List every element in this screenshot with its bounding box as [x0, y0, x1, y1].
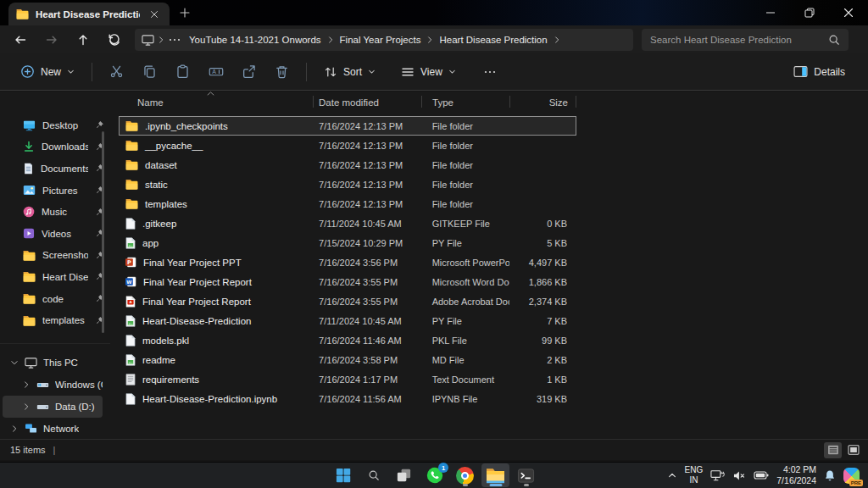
tab-close-icon[interactable]	[147, 7, 162, 22]
paste-icon	[175, 64, 190, 79]
open-app-indicator	[463, 484, 468, 486]
file-row[interactable]: Heart-Disease-Prediction.ipynb7/16/2024 …	[119, 389, 576, 408]
folder-icon	[23, 293, 36, 304]
sidebar-item-heart-disease[interactable]: Heart Disease	[0, 266, 110, 288]
search-icon[interactable]	[828, 34, 840, 46]
sidebar-item-code[interactable]: code	[0, 288, 110, 310]
file-row[interactable]: templates7/16/2024 12:13 PMFile folder	[119, 194, 576, 214]
copilot-pre-badge: PRE	[849, 480, 863, 486]
file-row[interactable]: AFinal Year Project Report7/16/2024 3:55…	[119, 291, 576, 311]
folder-tree: This PCWindows (C:)Data (D:)Network	[0, 343, 110, 440]
taskbar-start-button[interactable]	[329, 463, 357, 487]
toolbar-divider	[306, 63, 307, 81]
file-row[interactable]: WFinal Year Project Report7/16/2024 3:55…	[119, 272, 576, 291]
file-row[interactable]: dataset7/16/2024 12:13 PMFile folder	[119, 155, 576, 175]
network-icon[interactable]	[710, 469, 725, 482]
sort-button[interactable]: Sort	[314, 58, 385, 86]
file-date: 7/16/2024 12:13 PM	[314, 121, 422, 131]
chev-r-icon[interactable]	[10, 424, 19, 433]
explorer-tab[interactable]: Heart Disease Prediction	[8, 3, 170, 25]
py-icon	[125, 315, 136, 327]
notifications-bell-icon[interactable]	[824, 469, 836, 482]
sidebar-item-screenshots[interactable]: Screenshots	[0, 245, 110, 267]
file-name: readme	[142, 355, 175, 365]
share-button[interactable]	[232, 58, 265, 86]
file-row[interactable]: requirements7/16/2024 1:17 PMText Docume…	[119, 369, 576, 389]
details-pane-button[interactable]: Details	[784, 58, 854, 86]
file-row[interactable]: app7/15/2024 10:29 PMPY File5 KB	[119, 233, 576, 252]
file-date: 7/16/2024 3:58 PM	[314, 355, 422, 365]
taskbar-search-button[interactable]	[359, 463, 387, 487]
minimize-button[interactable]	[751, 0, 790, 25]
file-row[interactable]: PFinal Year Project PPT7/16/2024 3:56 PM…	[119, 252, 576, 272]
forward-button[interactable]	[42, 30, 61, 49]
tray-overflow-icon[interactable]	[667, 470, 677, 480]
file-name-cell: .gitkeep	[120, 218, 314, 230]
sidebar-item-data-d-[interactable]: Data (D:)	[3, 396, 103, 418]
close-button[interactable]	[829, 0, 868, 25]
restore-button[interactable]	[790, 0, 829, 25]
sidebar-item-this-pc[interactable]: This PC	[3, 352, 103, 374]
file-row[interactable]: models.pkl7/16/2024 11:46 AMPKL File99 K…	[119, 330, 576, 350]
breadcrumb-item[interactable]: YouTube 14-11-2021 Onwords	[184, 35, 326, 45]
sidebar-item-documents[interactable]: Documents	[0, 158, 110, 180]
see-more-button[interactable]	[474, 58, 507, 86]
cut-button[interactable]	[100, 58, 133, 86]
file-name-cell: .ipynb_checkpoints	[120, 120, 314, 131]
sidebar-item-windows-c-[interactable]: Windows (C:)	[3, 374, 103, 396]
taskbar-terminal-button[interactable]	[512, 463, 540, 487]
pin-icon	[95, 120, 104, 130]
language-indicator[interactable]: ENG IN	[685, 465, 704, 485]
chev-r-icon[interactable]	[22, 402, 31, 411]
view-button[interactable]: View	[392, 58, 465, 86]
sidebar-item-pictures[interactable]: Pictures	[0, 180, 110, 202]
file-row[interactable]: static7/16/2024 12:13 PMFile folder	[119, 175, 576, 194]
breadcrumb-item[interactable]: Final Year Projects	[335, 35, 426, 45]
column-header-name[interactable]: Name	[119, 92, 314, 113]
sidebar-item-music[interactable]: Music	[0, 201, 110, 223]
taskbar-chrome-button[interactable]	[451, 463, 479, 487]
chev-r-icon[interactable]	[22, 380, 31, 389]
breadcrumb-item[interactable]: Heart Disease Prediction	[434, 35, 552, 45]
volume-muted-icon[interactable]	[732, 470, 746, 481]
sidebar-item-network[interactable]: Network	[3, 418, 103, 440]
new-button[interactable]: New	[11, 58, 84, 86]
sidebar-item-templates[interactable]: templates	[0, 309, 110, 331]
system-tray: ENG IN 4:02 PM 7/16/2024 PRE	[667, 463, 865, 488]
sidebar-item-desktop[interactable]: Desktop	[0, 114, 110, 136]
sidebar-item-videos[interactable]: Videos	[0, 223, 110, 245]
details-view-toggle[interactable]	[824, 442, 842, 458]
file-row[interactable]: readme7/16/2024 3:58 PMMD File2 KB	[119, 350, 576, 369]
file-row[interactable]: .gitkeep7/11/2024 10:45 AMGITKEEP File0 …	[119, 214, 576, 233]
new-tab-button[interactable]	[180, 8, 190, 18]
sidebar-item-label: Downloads	[42, 141, 88, 152]
copy-button[interactable]	[133, 58, 166, 86]
sidebar-scrollbar[interactable]	[102, 131, 104, 333]
chev-r-icon	[553, 36, 561, 44]
column-header-date-modified[interactable]: Date modified	[314, 92, 422, 113]
clock[interactable]: 4:02 PM 7/16/2024	[776, 464, 816, 486]
battery-icon[interactable]	[754, 470, 769, 480]
refresh-button[interactable]	[105, 30, 124, 49]
address-bar[interactable]: YouTube 14-11-2021 OnwordsFinal Year Pro…	[135, 29, 633, 51]
column-header-size[interactable]: Size	[510, 92, 576, 113]
paste-button[interactable]	[166, 58, 199, 86]
delete-button[interactable]	[265, 58, 298, 86]
file-row[interactable]: Heart-Disease-Prediction7/11/2024 10:45 …	[119, 311, 576, 330]
details-button-label: Details	[814, 66, 845, 78]
back-button[interactable]	[11, 30, 30, 49]
copilot-icon[interactable]: PRE	[843, 468, 860, 484]
taskbar-task-view-button[interactable]	[390, 463, 418, 487]
breadcrumb-overflow-icon[interactable]	[168, 33, 181, 47]
taskbar-whatsapp-button[interactable]: 1	[420, 463, 448, 487]
sidebar-item-downloads[interactable]: Downloads	[0, 136, 110, 158]
column-header-type[interactable]: Type	[422, 92, 510, 113]
up-button[interactable]	[74, 30, 92, 49]
file-row[interactable]: .ipynb_checkpoints7/16/2024 12:13 PMFile…	[119, 116, 576, 136]
file-row[interactable]: __pycache__7/16/2024 12:13 PMFile folder	[119, 136, 576, 155]
rename-button[interactable]: A	[199, 58, 232, 86]
taskbar-file-explorer-button[interactable]	[481, 463, 509, 487]
chev-d-icon[interactable]	[10, 358, 19, 367]
search-box[interactable]: Search Heart Disease Prediction	[642, 29, 849, 51]
thumbnail-view-toggle[interactable]	[844, 442, 862, 458]
